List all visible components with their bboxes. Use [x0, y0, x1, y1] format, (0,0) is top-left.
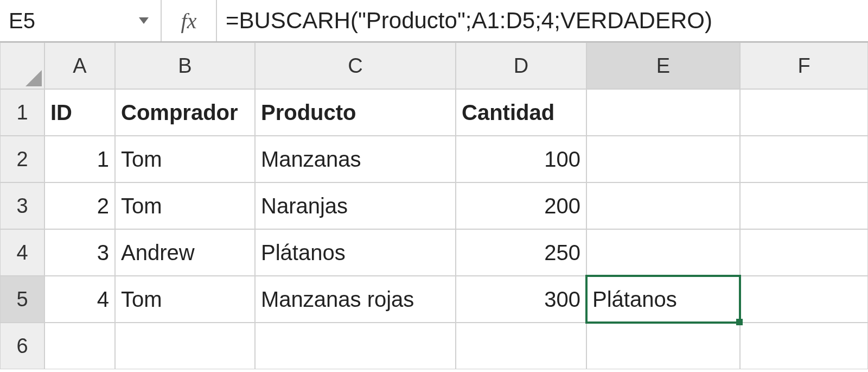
- name-box-value: E5: [9, 9, 35, 33]
- formula-input[interactable]: =BUSCARH("Producto";A1:D5;4;VERDADERO): [217, 0, 868, 41]
- select-all-corner[interactable]: [0, 42, 44, 89]
- cell-f6[interactable]: [740, 323, 868, 369]
- cell-e1[interactable]: [586, 89, 740, 136]
- formula-bar: E5 fx =BUSCARH("Producto";A1:D5;4;VERDAD…: [0, 0, 868, 42]
- formula-text: =BUSCARH("Producto";A1:D5;4;VERDADERO): [226, 8, 712, 34]
- cell-d5[interactable]: 300: [456, 276, 586, 323]
- cell-a5[interactable]: 4: [44, 276, 115, 323]
- col-header-e[interactable]: E: [586, 42, 740, 89]
- cell-e5[interactable]: Plátanos: [586, 276, 740, 323]
- fx-icon: fx: [181, 8, 197, 34]
- cell-b6[interactable]: [115, 323, 255, 369]
- row-header-2[interactable]: 2: [0, 136, 44, 182]
- cell-f3[interactable]: [740, 182, 868, 229]
- col-header-d[interactable]: D: [456, 42, 586, 89]
- cell-d6[interactable]: [456, 323, 586, 369]
- cell-e4[interactable]: [586, 229, 740, 276]
- cell-c2[interactable]: Manzanas: [255, 136, 456, 182]
- row-header-3[interactable]: 3: [0, 182, 44, 229]
- cell-c4[interactable]: Plátanos: [255, 229, 456, 276]
- col-header-a[interactable]: A: [44, 42, 115, 89]
- col-header-f[interactable]: F: [740, 42, 868, 89]
- cell-e2[interactable]: [586, 136, 740, 182]
- cell-f2[interactable]: [740, 136, 868, 182]
- cell-c6[interactable]: [255, 323, 456, 369]
- cell-c5[interactable]: Manzanas rojas: [255, 276, 456, 323]
- cell-b4[interactable]: Andrew: [115, 229, 255, 276]
- fx-button[interactable]: fx: [162, 0, 217, 41]
- cell-d4[interactable]: 250: [456, 229, 586, 276]
- col-header-b[interactable]: B: [115, 42, 255, 89]
- cell-f1[interactable]: [740, 89, 868, 136]
- row-header-6[interactable]: 6: [0, 323, 44, 369]
- row-header-5[interactable]: 5: [0, 276, 44, 323]
- cell-b3[interactable]: Tom: [115, 182, 255, 229]
- cell-d3[interactable]: 200: [456, 182, 586, 229]
- spreadsheet-grid[interactable]: A B C D E F 1 ID Comprador Producto Cant…: [0, 42, 868, 369]
- cell-b1[interactable]: Comprador: [115, 89, 255, 136]
- cell-f4[interactable]: [740, 229, 868, 276]
- cell-f5[interactable]: [740, 276, 868, 323]
- cell-e3[interactable]: [586, 182, 740, 229]
- cell-a6[interactable]: [44, 323, 115, 369]
- cell-c1[interactable]: Producto: [255, 89, 456, 136]
- cell-b5[interactable]: Tom: [115, 276, 255, 323]
- cell-d2[interactable]: 100: [456, 136, 586, 182]
- cell-c3[interactable]: Naranjas: [255, 182, 456, 229]
- col-header-c[interactable]: C: [255, 42, 456, 89]
- cell-b2[interactable]: Tom: [115, 136, 255, 182]
- cell-d1[interactable]: Cantidad: [456, 89, 586, 136]
- cell-a4[interactable]: 3: [44, 229, 115, 276]
- cell-a2[interactable]: 1: [44, 136, 115, 182]
- name-box[interactable]: E5: [0, 0, 162, 41]
- cell-a3[interactable]: 2: [44, 182, 115, 229]
- row-header-1[interactable]: 1: [0, 89, 44, 136]
- chevron-down-icon[interactable]: [139, 17, 149, 24]
- cell-e6[interactable]: [586, 323, 740, 369]
- cell-a1[interactable]: ID: [44, 89, 115, 136]
- row-header-4[interactable]: 4: [0, 229, 44, 276]
